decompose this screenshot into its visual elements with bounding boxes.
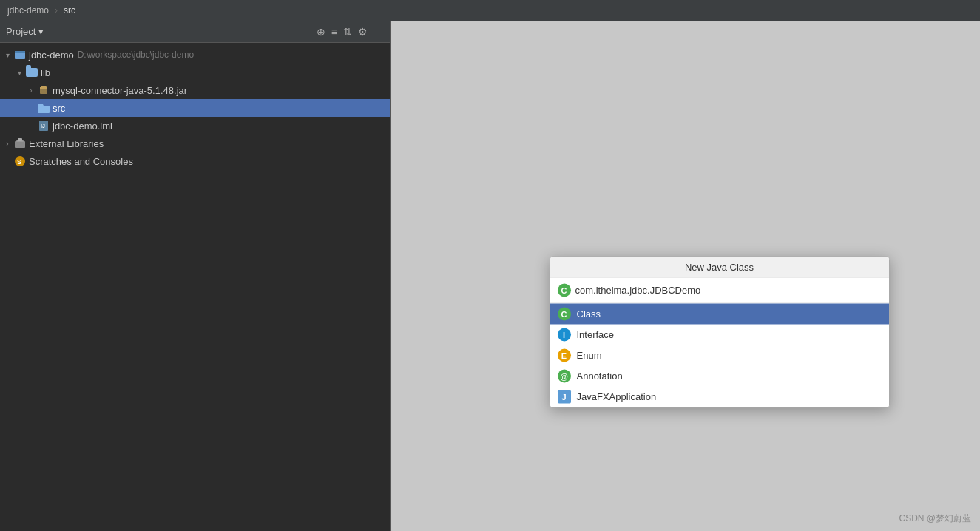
tree-arrow: › [1,140,13,148]
breadcrumb-current: src [64,5,75,16]
tree-item-iml[interactable]: IJ jdbc-demo.iml [0,117,390,135]
dialog-list-item-enum[interactable]: E Enum [550,345,889,365]
tree-label-mysql-jar: mysql-connector-java-5.1.48.jar [53,85,187,96]
settings-icon[interactable]: ⚙ [358,26,368,38]
class-label: Class [577,308,601,319]
folder-icon [25,67,38,78]
sidebar-header-icons: ⊕ ≡ ⇅ ⚙ — [317,26,384,38]
tree-item-jdbc-demo[interactable]: ▾ jdbc-demo D:\workspace\jdbc\jdbc-demo [0,46,390,64]
svg-text:IJ: IJ [41,124,45,129]
minimize-icon[interactable]: — [374,26,384,38]
interface-label: Interface [577,329,615,340]
src-folder-icon [37,102,50,114]
tree-label-scratches: Scratches and Consoles [29,156,133,167]
tree-arrow: ▾ [1,51,13,59]
dialog-input-row: C [550,277,889,303]
dialog-title: New Java Class [550,257,889,277]
class-icon: C [558,307,571,320]
new-java-class-dialog: New Java Class C C Class I Interface [550,256,890,407]
annotation-label: Annotation [577,371,623,382]
sidebar: Project ▾ ⊕ ≡ ⇅ ⚙ — ▾ j [0,21,391,531]
dialog-list-item-interface[interactable]: I Interface [550,324,889,345]
sidebar-dropdown-icon[interactable]: ▾ [38,26,44,37]
interface-icon: I [558,328,571,341]
sort-icon[interactable]: ⇅ [343,26,352,38]
tree-label-lib: lib [41,67,50,78]
dialog-list: C Class I Interface E Enum @ Annotation [550,303,889,407]
svg-rect-4 [40,87,47,89]
svg-text:S: S [17,158,21,166]
breadcrumb-separator: › [55,5,58,16]
tree-item-src[interactable]: src [0,99,390,117]
tree-label-src: src [53,103,65,114]
main-content: Search Everywhere Double Shift New Java … [391,21,980,531]
sidebar-header: Project ▾ ⊕ ≡ ⇅ ⚙ — [0,21,390,43]
title-bar: jdbc-demo › src [0,0,980,21]
tree-item-mysql-jar[interactable]: › mysql-connector-java-5.1.48.jar [0,81,390,99]
ext-lib-icon [13,138,27,149]
tree-item-ext-lib[interactable]: › External Libraries [0,135,390,152]
dialog-list-item-javafx[interactable]: J JavaFXApplication [550,386,889,407]
javafx-icon: J [558,390,571,403]
svg-rect-2 [41,86,47,87]
collapse-all-icon[interactable]: ≡ [331,26,337,38]
iml-icon: IJ [37,120,50,132]
scratches-icon: S [13,155,27,167]
svg-rect-7 [15,141,25,148]
enum-label: Enum [577,350,602,361]
svg-rect-9 [18,138,22,141]
dialog-input-icon: C [558,283,571,297]
tree-label-jdbc-demo: jdbc-demo [29,50,74,61]
tree-label-path: D:\workspace\jdbc\jdbc-demo [78,50,194,60]
sidebar-header-left[interactable]: Project ▾ [6,26,44,37]
sidebar-tree: ▾ jdbc-demo D:\workspace\jdbc\jdbc-demo … [0,43,390,531]
sidebar-project-label: Project [6,26,36,37]
breadcrumb-project: jdbc-demo [7,5,49,16]
dialog-class-name-input[interactable] [575,285,882,296]
dialog-list-item-annotation[interactable]: @ Annotation [550,365,889,386]
main-layout: Project ▾ ⊕ ≡ ⇅ ⚙ — ▾ j [0,21,980,531]
tree-label-ext-lib: External Libraries [29,138,104,149]
project-icon [13,49,27,61]
tree-arrow: ▾ [13,69,25,77]
tree-item-lib[interactable]: ▾ lib [0,64,390,81]
svg-rect-1 [15,51,25,53]
enum-icon: E [558,348,571,362]
tree-arrow: › [25,87,37,95]
javafx-label: JavaFXApplication [577,391,657,402]
tree-label-iml: jdbc-demo.iml [53,121,112,132]
annotation-icon: @ [558,369,571,382]
jar-icon [37,84,50,96]
target-icon[interactable]: ⊕ [317,26,325,38]
watermark: CSDN @梦幻蔚蓝 [899,513,971,525]
dialog-list-item-class[interactable]: C Class [550,303,889,324]
tree-item-scratches[interactable]: S Scratches and Consoles [0,152,390,170]
